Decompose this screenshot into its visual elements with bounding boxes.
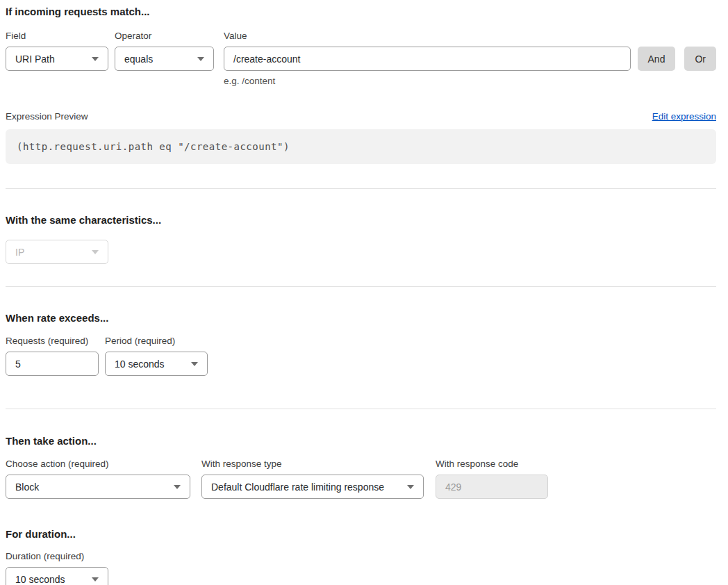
- duration-label: Duration (required): [6, 551, 108, 562]
- and-button[interactable]: And: [638, 47, 676, 71]
- period-column: Period (required) 10 seconds: [105, 336, 208, 376]
- section-heading-incoming-requests: If incoming requests match...: [6, 6, 716, 17]
- operator-select[interactable]: equals: [115, 47, 214, 71]
- operator-select-value: equals: [124, 53, 153, 65]
- choose-action-label: Choose action (required): [6, 459, 190, 470]
- response-type-column: With response type Default Cloudflare ra…: [201, 459, 424, 499]
- chevron-down-icon: [191, 362, 198, 366]
- field-select[interactable]: URI Path: [6, 47, 108, 71]
- section-heading-action: Then take action...: [6, 435, 716, 447]
- action-select[interactable]: Block: [6, 475, 190, 499]
- characteristic-select: IP: [6, 240, 108, 264]
- expression-code-text: (http.request.uri.path eq "/create-accou…: [17, 141, 290, 152]
- match-builder-row: Field URI Path Operator equals Value e.g…: [6, 31, 716, 87]
- rate-limiting-rule-form: If incoming requests match... Field URI …: [0, 0, 728, 585]
- field-label: Field: [6, 31, 108, 42]
- action-row: Choose action (required) Block With resp…: [6, 459, 716, 499]
- choose-action-column: Choose action (required) Block: [6, 459, 190, 499]
- expression-preview-header: Expression Preview Edit expression: [6, 111, 716, 122]
- edit-expression-link[interactable]: Edit expression: [652, 111, 716, 122]
- value-input[interactable]: [224, 47, 631, 71]
- section-heading-duration: For duration...: [6, 528, 716, 540]
- value-label: Value: [224, 31, 631, 42]
- response-type-label: With response type: [201, 459, 424, 470]
- logic-buttons: And Or: [638, 31, 716, 71]
- response-code-column: With response code: [436, 459, 548, 499]
- duration-select[interactable]: 10 seconds: [6, 567, 108, 585]
- field-column: Field URI Path: [6, 31, 108, 71]
- chevron-down-icon: [92, 577, 99, 582]
- characteristic-select-value: IP: [15, 247, 24, 258]
- section-divider: [6, 188, 716, 189]
- section-divider: [6, 286, 716, 287]
- field-select-value: URI Path: [15, 53, 55, 65]
- expression-preview-label: Expression Preview: [6, 111, 88, 122]
- chevron-down-icon: [407, 485, 414, 489]
- period-label: Period (required): [105, 336, 208, 347]
- response-type-select[interactable]: Default Cloudflare rate limiting respons…: [201, 475, 424, 499]
- chevron-down-icon: [92, 250, 99, 254]
- chevron-down-icon: [197, 57, 204, 61]
- characteristics-row: IP: [6, 240, 716, 264]
- section-divider: [6, 409, 716, 409]
- requests-input[interactable]: [6, 352, 99, 376]
- period-select-value: 10 seconds: [115, 359, 165, 370]
- requests-label: Requests (required): [6, 336, 99, 347]
- action-select-value: Block: [15, 481, 39, 493]
- operator-label: Operator: [115, 31, 214, 42]
- operator-column: Operator equals: [115, 31, 214, 71]
- section-heading-rate: When rate exceeds...: [6, 312, 716, 324]
- response-type-select-value: Default Cloudflare rate limiting respons…: [211, 481, 384, 493]
- chevron-down-icon: [174, 485, 181, 489]
- response-code-input: [436, 475, 548, 499]
- section-heading-characteristics: With the same characteristics...: [6, 214, 716, 226]
- chevron-down-icon: [92, 57, 99, 61]
- duration-column: Duration (required) 10 seconds: [6, 551, 108, 585]
- duration-row: Duration (required) 10 seconds: [6, 551, 716, 585]
- requests-column: Requests (required): [6, 336, 99, 376]
- rate-row: Requests (required) Period (required) 10…: [6, 336, 716, 376]
- expression-preview-code: (http.request.uri.path eq "/create-accou…: [6, 129, 716, 164]
- period-select[interactable]: 10 seconds: [105, 352, 208, 376]
- response-code-label: With response code: [436, 459, 548, 470]
- or-button[interactable]: Or: [684, 47, 716, 71]
- value-hint: e.g. /content: [224, 76, 631, 87]
- value-column: Value e.g. /content: [224, 31, 631, 87]
- duration-select-value: 10 seconds: [15, 574, 65, 585]
